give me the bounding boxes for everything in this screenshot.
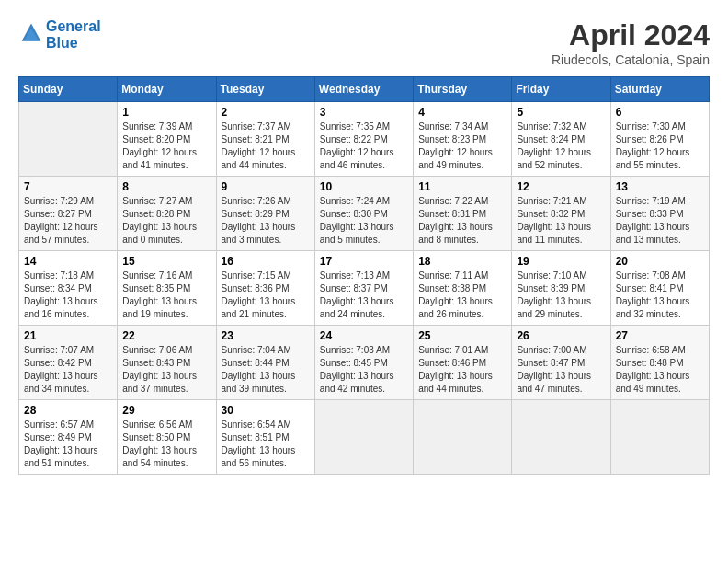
calendar-cell: 15Sunrise: 7:16 AM Sunset: 8:35 PM Dayli…: [118, 251, 216, 326]
weekday-header: Friday: [512, 77, 610, 102]
calendar-cell: [610, 400, 709, 475]
day-info: Sunrise: 7:22 AM Sunset: 8:31 PM Dayligh…: [418, 195, 506, 247]
weekday-header: Saturday: [610, 77, 709, 102]
calendar-cell: 7Sunrise: 7:29 AM Sunset: 8:27 PM Daylig…: [19, 177, 118, 251]
calendar-cell: 27Sunrise: 6:58 AM Sunset: 8:48 PM Dayli…: [610, 326, 709, 400]
day-number: 17: [320, 255, 408, 268]
day-number: 10: [320, 180, 408, 193]
calendar-cell: 13Sunrise: 7:19 AM Sunset: 8:33 PM Dayli…: [610, 177, 709, 251]
day-info: Sunrise: 7:04 AM Sunset: 8:44 PM Dayligh…: [222, 344, 310, 396]
day-info: Sunrise: 7:07 AM Sunset: 8:42 PM Dayligh…: [24, 344, 112, 396]
calendar-week-row: 21Sunrise: 7:07 AM Sunset: 8:42 PM Dayli…: [19, 326, 710, 400]
day-number: 2: [222, 106, 310, 119]
calendar-cell: 18Sunrise: 7:11 AM Sunset: 8:38 PM Dayli…: [414, 251, 512, 326]
location-title: Riudecols, Catalonia, Spain: [552, 52, 710, 67]
day-info: Sunrise: 7:06 AM Sunset: 8:43 PM Dayligh…: [122, 344, 210, 396]
logo: General Blue: [18, 18, 101, 52]
calendar-cell: 26Sunrise: 7:00 AM Sunset: 8:47 PM Dayli…: [512, 326, 610, 400]
calendar-week-row: 14Sunrise: 7:18 AM Sunset: 8:34 PM Dayli…: [19, 251, 710, 326]
calendar-cell: 16Sunrise: 7:15 AM Sunset: 8:36 PM Dayli…: [216, 251, 314, 326]
logo-general: General: [46, 18, 101, 35]
day-number: 4: [418, 106, 506, 119]
day-info: Sunrise: 7:21 AM Sunset: 8:32 PM Dayligh…: [517, 195, 605, 247]
calendar-cell: 23Sunrise: 7:04 AM Sunset: 8:44 PM Dayli…: [216, 326, 314, 400]
day-number: 9: [222, 180, 310, 193]
calendar-cell: 22Sunrise: 7:06 AM Sunset: 8:43 PM Dayli…: [118, 326, 216, 400]
calendar-week-row: 7Sunrise: 7:29 AM Sunset: 8:27 PM Daylig…: [19, 177, 710, 251]
calendar-table: SundayMondayTuesdayWednesdayThursdayFrid…: [18, 76, 710, 475]
day-number: 14: [24, 255, 112, 268]
day-info: Sunrise: 7:35 AM Sunset: 8:22 PM Dayligh…: [320, 121, 408, 172]
calendar-cell: 8Sunrise: 7:27 AM Sunset: 8:28 PM Daylig…: [118, 177, 216, 251]
day-info: Sunrise: 7:18 AM Sunset: 8:34 PM Dayligh…: [24, 270, 112, 321]
day-info: Sunrise: 6:54 AM Sunset: 8:51 PM Dayligh…: [222, 419, 310, 470]
day-info: Sunrise: 7:39 AM Sunset: 8:20 PM Dayligh…: [122, 121, 210, 172]
day-number: 16: [222, 255, 310, 268]
weekday-header-row: SundayMondayTuesdayWednesdayThursdayFrid…: [19, 77, 710, 102]
month-title: April 2024: [552, 18, 710, 52]
day-number: 18: [418, 255, 506, 268]
calendar-cell: 4Sunrise: 7:34 AM Sunset: 8:23 PM Daylig…: [414, 102, 512, 177]
calendar-week-row: 1Sunrise: 7:39 AM Sunset: 8:20 PM Daylig…: [19, 102, 710, 177]
calendar-cell: 5Sunrise: 7:32 AM Sunset: 8:24 PM Daylig…: [512, 102, 610, 177]
day-number: 24: [320, 329, 408, 342]
calendar-cell: 28Sunrise: 6:57 AM Sunset: 8:49 PM Dayli…: [19, 400, 118, 475]
calendar-cell: 10Sunrise: 7:24 AM Sunset: 8:30 PM Dayli…: [314, 177, 413, 251]
day-number: 22: [122, 329, 210, 342]
day-info: Sunrise: 7:32 AM Sunset: 8:24 PM Dayligh…: [517, 121, 605, 172]
weekday-header: Tuesday: [216, 77, 314, 102]
day-info: Sunrise: 7:13 AM Sunset: 8:37 PM Dayligh…: [320, 270, 408, 321]
day-info: Sunrise: 7:16 AM Sunset: 8:35 PM Dayligh…: [122, 270, 210, 321]
day-info: Sunrise: 6:56 AM Sunset: 8:50 PM Dayligh…: [122, 419, 210, 470]
day-number: 26: [517, 329, 605, 342]
day-number: 27: [616, 329, 704, 342]
weekday-header: Monday: [118, 77, 216, 102]
day-info: Sunrise: 6:57 AM Sunset: 8:49 PM Dayligh…: [24, 419, 112, 470]
calendar-cell: [512, 400, 610, 475]
calendar-cell: 24Sunrise: 7:03 AM Sunset: 8:45 PM Dayli…: [314, 326, 413, 400]
calendar-cell: 21Sunrise: 7:07 AM Sunset: 8:42 PM Dayli…: [19, 326, 118, 400]
day-number: 15: [122, 255, 210, 268]
day-info: Sunrise: 7:27 AM Sunset: 8:28 PM Dayligh…: [122, 195, 210, 247]
day-number: 1: [122, 106, 210, 119]
day-number: 21: [24, 329, 112, 342]
day-info: Sunrise: 7:19 AM Sunset: 8:33 PM Dayligh…: [616, 195, 704, 247]
day-number: 19: [517, 255, 605, 268]
calendar-cell: 14Sunrise: 7:18 AM Sunset: 8:34 PM Dayli…: [19, 251, 118, 326]
calendar-cell: 12Sunrise: 7:21 AM Sunset: 8:32 PM Dayli…: [512, 177, 610, 251]
logo-blue: Blue: [46, 35, 101, 52]
weekday-header: Sunday: [19, 77, 118, 102]
calendar-cell: [19, 102, 118, 177]
day-number: 8: [122, 180, 210, 193]
day-number: 12: [517, 180, 605, 193]
calendar-cell: [314, 400, 413, 475]
day-info: Sunrise: 7:24 AM Sunset: 8:30 PM Dayligh…: [320, 195, 408, 247]
day-number: 28: [24, 404, 112, 417]
day-info: Sunrise: 7:11 AM Sunset: 8:38 PM Dayligh…: [418, 270, 506, 321]
day-number: 30: [222, 404, 310, 417]
calendar-cell: [414, 400, 512, 475]
calendar-cell: 30Sunrise: 6:54 AM Sunset: 8:51 PM Dayli…: [216, 400, 314, 475]
calendar-cell: 19Sunrise: 7:10 AM Sunset: 8:39 PM Dayli…: [512, 251, 610, 326]
calendar-cell: 2Sunrise: 7:37 AM Sunset: 8:21 PM Daylig…: [216, 102, 314, 177]
day-number: 23: [222, 329, 310, 342]
page-header: General Blue April 2024 Riudecols, Catal…: [18, 18, 710, 67]
day-info: Sunrise: 6:58 AM Sunset: 8:48 PM Dayligh…: [616, 344, 704, 396]
calendar-week-row: 28Sunrise: 6:57 AM Sunset: 8:49 PM Dayli…: [19, 400, 710, 475]
calendar-cell: 3Sunrise: 7:35 AM Sunset: 8:22 PM Daylig…: [314, 102, 413, 177]
calendar-cell: 20Sunrise: 7:08 AM Sunset: 8:41 PM Dayli…: [610, 251, 709, 326]
day-number: 6: [616, 106, 704, 119]
calendar-cell: 9Sunrise: 7:26 AM Sunset: 8:29 PM Daylig…: [216, 177, 314, 251]
day-number: 7: [24, 180, 112, 193]
day-info: Sunrise: 7:30 AM Sunset: 8:26 PM Dayligh…: [616, 121, 704, 172]
day-info: Sunrise: 7:01 AM Sunset: 8:46 PM Dayligh…: [418, 344, 506, 396]
title-block: April 2024 Riudecols, Catalonia, Spain: [552, 18, 710, 67]
day-info: Sunrise: 7:10 AM Sunset: 8:39 PM Dayligh…: [517, 270, 605, 321]
day-info: Sunrise: 7:00 AM Sunset: 8:47 PM Dayligh…: [517, 344, 605, 396]
calendar-cell: 17Sunrise: 7:13 AM Sunset: 8:37 PM Dayli…: [314, 251, 413, 326]
day-info: Sunrise: 7:34 AM Sunset: 8:23 PM Dayligh…: [418, 121, 506, 172]
calendar-cell: 29Sunrise: 6:56 AM Sunset: 8:50 PM Dayli…: [118, 400, 216, 475]
day-number: 20: [616, 255, 704, 268]
day-number: 13: [616, 180, 704, 193]
day-number: 25: [418, 329, 506, 342]
